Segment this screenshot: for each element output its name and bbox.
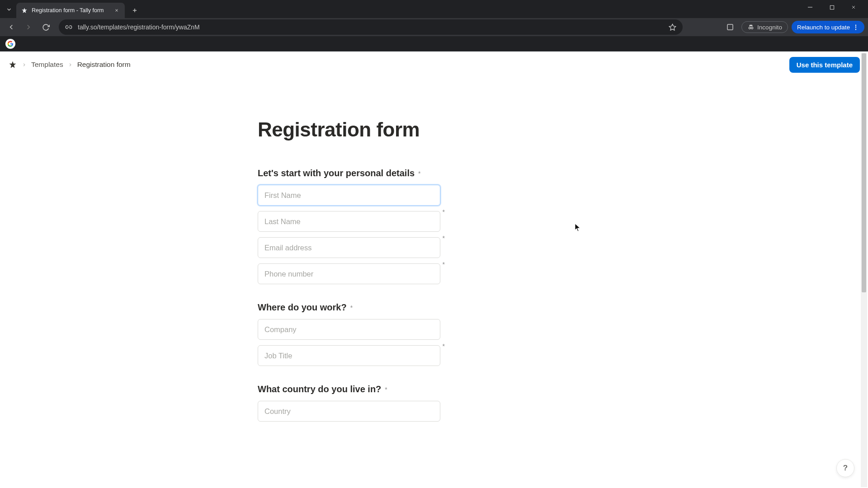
minimize-button[interactable] [801,1,819,14]
breadcrumb: Templates Registration form [8,60,131,69]
field-company [258,319,440,340]
field-job-title: * [258,345,440,366]
kebab-menu-icon[interactable]: ⋮ [853,23,859,31]
first-name-input[interactable] [258,185,440,206]
close-window-button[interactable] [844,1,863,14]
tab-favicon [21,7,28,14]
maximize-button[interactable] [823,1,841,14]
browser-toolbar: tally.so/templates/registration-form/ywa… [0,18,868,36]
country-input[interactable] [258,401,440,422]
section-personal-label: Let's start with your personal details * [258,168,610,178]
required-indicator: * [443,208,445,216]
svg-marker-8 [669,24,675,30]
svg-point-11 [751,27,753,29]
reload-button[interactable] [38,19,53,35]
field-email: * [258,237,440,258]
field-phone: * [258,263,440,284]
bookmark-star-icon[interactable] [669,23,676,31]
required-indicator: * [443,343,445,350]
scrollbar-track[interactable] [861,52,867,487]
help-button[interactable]: ? [836,459,854,477]
field-last-name: * [258,211,440,232]
window-controls [801,1,868,14]
relaunch-button[interactable]: Relaunch to update ⋮ [792,21,864,33]
browser-tab-active[interactable]: Registration form - Tally form [16,3,125,18]
tab-search-dropdown[interactable] [4,4,14,15]
scrollbar-thumb[interactable] [862,53,866,292]
phone-input[interactable] [258,263,440,284]
svg-rect-9 [727,24,733,30]
required-indicator: * [443,235,445,242]
browser-tab-strip: Registration form - Tally form [0,0,868,18]
back-button[interactable] [4,19,19,35]
breadcrumb-templates[interactable]: Templates [31,61,63,69]
field-country [258,401,440,422]
last-name-input[interactable] [258,211,440,232]
required-indicator: * [385,386,387,393]
email-input[interactable] [258,237,440,258]
form-container: Registration form Let's start with your … [231,78,637,454]
use-template-button[interactable]: Use this template [789,57,860,73]
svg-rect-5 [830,5,834,9]
chevron-right-icon [68,62,73,67]
page-header: Templates Registration form Use this tem… [0,52,868,78]
close-icon[interactable] [113,7,120,14]
bookmarks-bar [0,36,868,52]
tally-logo-icon[interactable] [8,60,17,69]
field-first-name [258,185,440,206]
section-country-label: What country do you live in? * [258,384,610,394]
required-indicator: * [443,261,445,268]
incognito-label: Incognito [757,24,782,31]
tab-title: Registration form - Tally form [32,7,109,14]
relaunch-label: Relaunch to update [797,24,850,31]
forward-button[interactable] [21,19,36,35]
page-title: Registration form [258,118,610,141]
incognito-indicator[interactable]: Incognito [741,21,788,33]
url-bar[interactable]: tally.so/templates/registration-form/ywa… [59,19,683,35]
required-indicator: * [418,170,420,177]
section-work-label: Where do you work? * [258,302,610,313]
url-text: tally.so/templates/registration-form/ywa… [78,23,663,31]
company-input[interactable] [258,319,440,340]
svg-point-10 [749,27,750,29]
required-indicator: * [350,304,353,311]
new-tab-button[interactable] [128,4,141,17]
breadcrumb-current: Registration form [77,61,131,69]
job-title-input[interactable] [258,345,440,366]
site-info-icon[interactable] [65,23,72,31]
bookmark-google-icon[interactable] [5,39,15,49]
chevron-right-icon [22,62,27,67]
page-viewport: Templates Registration form Use this tem… [0,52,868,488]
extensions-icon[interactable] [722,21,738,33]
